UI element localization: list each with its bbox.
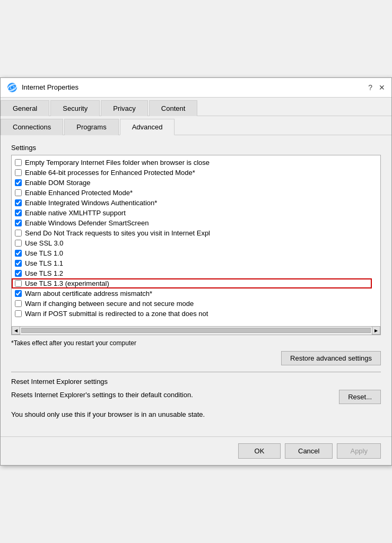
setting-item-use-tls10[interactable]: Use TLS 1.0 (12, 248, 372, 258)
label-empty-temp: Empty Temporary Internet Files folder wh… (25, 159, 210, 167)
tab-privacy[interactable]: Privacy (101, 100, 148, 116)
checkbox-warn-post[interactable] (15, 310, 22, 317)
restore-btn-row: Restore advanced settings (11, 351, 381, 365)
checkbox-enable-64bit[interactable] (15, 169, 22, 176)
scroll-right-arrow[interactable]: ▶ (372, 326, 380, 335)
label-warn-secure: Warn if changing between secure and not … (25, 300, 194, 308)
checkbox-enable-dom[interactable] (15, 179, 22, 186)
checkbox-use-tls10[interactable] (15, 250, 22, 257)
horiz-scroll-thumb[interactable] (21, 328, 371, 333)
checkbox-enable-native[interactable] (15, 209, 22, 216)
scroll-left-arrow[interactable]: ◀ (12, 326, 20, 335)
setting-item-enable-64bit[interactable]: Enable 64-bit processes for Enhanced Pro… (12, 168, 372, 178)
content-area: Settings Empty Temporary Internet Files … (1, 135, 391, 437)
svg-point-3 (11, 86, 14, 89)
checkbox-enable-integrated[interactable] (15, 199, 22, 206)
tabs-row-2: Connections Programs Advanced (1, 116, 391, 135)
checkbox-enable-defender[interactable] (15, 220, 22, 226)
title-bar: Internet Properties ? ✕ (1, 78, 391, 98)
setting-item-use-tls11[interactable]: Use TLS 1.1 (12, 258, 372, 268)
setting-item-enable-integrated[interactable]: Enable Integrated Windows Authentication… (12, 198, 372, 208)
label-enable-enhanced: Enable Enhanced Protected Mode* (25, 189, 133, 197)
settings-box: Empty Temporary Internet Files folder wh… (11, 155, 381, 335)
setting-item-use-tls13[interactable]: Use TLS 1.3 (experimental) (12, 278, 372, 288)
tab-security[interactable]: Security (50, 100, 100, 116)
label-use-tls12: Use TLS 1.2 (25, 269, 63, 277)
label-warn-cert: Warn about certificate address mismatch* (25, 290, 152, 297)
checkbox-empty-temp[interactable] (15, 159, 22, 166)
tabs-row-1: General Security Privacy Content (1, 98, 391, 116)
checkbox-use-ssl30[interactable] (15, 240, 22, 247)
window-title: Internet Properties (22, 83, 79, 91)
setting-item-enable-enhanced[interactable]: Enable Enhanced Protected Mode* (12, 188, 372, 198)
checkbox-use-tls12[interactable] (15, 270, 22, 277)
tab-programs[interactable]: Programs (64, 119, 118, 135)
label-enable-dom: Enable DOM Storage (25, 179, 91, 187)
label-enable-native: Enable native XMLHTTP support (25, 209, 126, 217)
reset-section: Reset Internet Explorer settings Resets … (11, 372, 381, 420)
restore-advanced-button[interactable]: Restore advanced settings (281, 351, 381, 365)
settings-list[interactable]: Empty Temporary Internet Files folder wh… (12, 155, 380, 326)
reset-description: Resets Internet Explorer's settings to t… (11, 390, 330, 400)
setting-item-warn-secure[interactable]: Warn if changing between secure and not … (12, 299, 372, 309)
label-enable-integrated: Enable Integrated Windows Authentication… (25, 199, 157, 207)
checkbox-warn-secure[interactable] (15, 300, 22, 307)
internet-properties-window: Internet Properties ? ✕ General Security… (0, 77, 392, 466)
setting-item-enable-native[interactable]: Enable native XMLHTTP support (12, 208, 372, 218)
setting-item-send-dnt[interactable]: Send Do Not Track requests to sites you … (12, 228, 372, 238)
horizontal-scrollbar[interactable]: ◀ ▶ (12, 326, 380, 335)
checkbox-use-tls11[interactable] (15, 260, 22, 267)
title-bar-controls: ? ✕ (368, 83, 385, 92)
checkbox-warn-cert[interactable] (15, 290, 22, 297)
tab-general[interactable]: General (1, 100, 49, 116)
close-button[interactable]: ✕ (379, 83, 385, 92)
checkbox-send-dnt[interactable] (15, 230, 22, 237)
ok-button[interactable]: OK (238, 443, 281, 459)
setting-item-enable-defender[interactable]: Enable Windows Defender SmartScreen (12, 218, 372, 228)
warning-text: You should only use this if your browser… (11, 409, 381, 420)
setting-item-warn-cert[interactable]: Warn about certificate address mismatch* (12, 288, 372, 299)
label-use-tls11: Use TLS 1.1 (25, 259, 63, 267)
label-enable-64bit: Enable 64-bit processes for Enhanced Pro… (25, 169, 195, 177)
label-warn-post: Warn if POST submittal is redirected to … (25, 310, 208, 318)
settings-label: Settings (11, 144, 381, 152)
reset-section-title: Reset Internet Explorer settings (11, 378, 381, 386)
setting-item-use-ssl30[interactable]: Use SSL 3.0 (12, 238, 372, 248)
title-bar-left: Internet Properties (7, 82, 79, 93)
setting-item-use-tls12[interactable]: Use TLS 1.2 (12, 268, 372, 278)
label-send-dnt: Send Do Not Track requests to sites you … (25, 229, 210, 237)
ie-icon (7, 82, 18, 93)
reset-button[interactable]: Reset... (339, 390, 381, 404)
reset-btn-col: Reset... (339, 390, 381, 404)
apply-button[interactable]: Apply (337, 443, 381, 459)
restart-note: *Takes effect after you restart your com… (11, 339, 381, 347)
label-use-ssl30: Use SSL 3.0 (25, 239, 64, 247)
cancel-button[interactable]: Cancel (285, 443, 333, 459)
help-button[interactable]: ? (368, 83, 372, 92)
label-use-tls13: Use TLS 1.3 (experimental) (25, 279, 109, 287)
bottom-buttons: OK Cancel Apply (1, 436, 391, 465)
setting-item-enable-dom[interactable]: Enable DOM Storage (12, 178, 372, 188)
tab-advanced[interactable]: Advanced (120, 119, 175, 135)
checkbox-enable-enhanced[interactable] (15, 189, 22, 196)
setting-item-empty-temp[interactable]: Empty Temporary Internet Files folder wh… (12, 157, 372, 168)
label-enable-defender: Enable Windows Defender SmartScreen (25, 219, 149, 227)
checkbox-use-tls13[interactable] (15, 280, 22, 287)
tab-content[interactable]: Content (149, 100, 198, 116)
tab-connections[interactable]: Connections (1, 119, 63, 135)
reset-row: Resets Internet Explorer's settings to t… (11, 390, 381, 404)
label-use-tls10: Use TLS 1.0 (25, 249, 63, 257)
setting-item-warn-post[interactable]: Warn if POST submittal is redirected to … (12, 309, 372, 319)
